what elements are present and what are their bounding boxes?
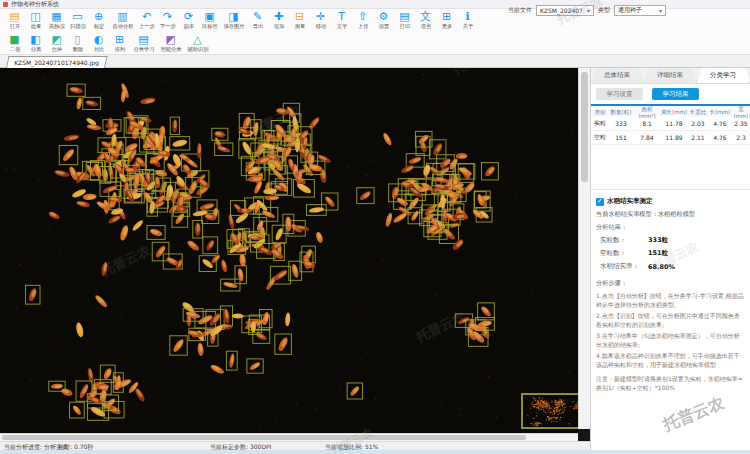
file-tab-strip: KZSM_20240710174940.jpg bbox=[0, 55, 750, 68]
tb1-item-move[interactable]: ✛移动 bbox=[310, 11, 331, 32]
tb1-item-undo[interactable]: ↶上一步 bbox=[136, 11, 157, 32]
export-icon: ✎ bbox=[253, 11, 262, 23]
toolbar-file-controls: 当前文件 KZSM_202407 类型 通用种子 bbox=[508, 5, 666, 16]
learning-settings-button[interactable]: 学习设置 bbox=[596, 88, 643, 100]
scanner-icon: ▭ bbox=[72, 11, 82, 23]
status-bar: 当前分析进度: 分析完成 耗时: 0.70秒 当前标定参数: 300DPI 当前… bbox=[0, 441, 590, 450]
settings-label: 设置 bbox=[378, 23, 389, 31]
panel-tab-detail-result[interactable]: 详细结果 bbox=[644, 68, 697, 83]
tb1-item-upload[interactable]: ⇧上传 bbox=[352, 11, 373, 32]
smart-classify-label: 智能分类 bbox=[160, 46, 181, 54]
tb1-item-language[interactable]: 文语言 bbox=[415, 11, 436, 32]
vertical-scrollbar-thumb[interactable] bbox=[581, 72, 588, 182]
tb2-item-delete[interactable]: ▯删除 bbox=[67, 34, 88, 55]
learning-results-button[interactable]: 学习结果 bbox=[652, 88, 699, 100]
tb1-item-export[interactable]: ✎导出 bbox=[247, 11, 268, 32]
vertical-scrollbar[interactable] bbox=[578, 68, 590, 429]
table-row[interactable]: 实粒3338.111.782.034.762.35 bbox=[591, 117, 750, 131]
merge-icon: ◩ bbox=[51, 34, 61, 46]
tb2-item-binarize[interactable]: ■二值 bbox=[4, 34, 25, 55]
toolbar-secondary: ■二值◧分离◩合并▯删除◐对比⊞排列▤分类学习◩智能分类△辅助识别 bbox=[0, 32, 750, 55]
tb2-item-compare[interactable]: ◐对比 bbox=[88, 34, 109, 55]
seed-image-canvas[interactable] bbox=[0, 68, 578, 433]
save-image-label: 保存图片 bbox=[223, 23, 244, 31]
doc-camera-icon: ▦ bbox=[51, 11, 61, 23]
tb1-item-scanner[interactable]: ▭扫描仪 bbox=[67, 11, 88, 32]
rate-row: 空粒数：151粒 bbox=[600, 249, 750, 258]
type-label: 类型 bbox=[598, 6, 610, 15]
tb1-item-text[interactable]: T文字 bbox=[331, 11, 352, 32]
rate-checkbox[interactable] bbox=[596, 198, 604, 206]
print-icon: ▤ bbox=[399, 11, 409, 23]
tb2-item-separate[interactable]: ◧分离 bbox=[25, 34, 46, 55]
calibrate-icon: ⊕ bbox=[94, 11, 103, 23]
seed-type-dropdown[interactable]: 通用种子 bbox=[614, 5, 666, 16]
panel-tab-classify-learning[interactable]: 分类学习 bbox=[697, 68, 750, 83]
image-viewport[interactable] bbox=[0, 68, 578, 433]
results-panel: 总体结果详细结果分类学习 学习设置 学习结果 类别数量(粒)面积(mm²)周长(… bbox=[590, 68, 750, 450]
tb1-item-auto-analyze[interactable]: ▥自动分析 bbox=[109, 11, 136, 32]
panel-tab-overall-result[interactable]: 总体结果 bbox=[591, 68, 644, 83]
overview-thumbnail[interactable] bbox=[521, 393, 578, 429]
tb2-item-classify-learning[interactable]: ▤分类学习 bbox=[130, 34, 157, 55]
tb1-item-duplicate[interactable]: ⟳副本 bbox=[178, 11, 199, 32]
tb2-item-merge[interactable]: ◩合并 bbox=[46, 34, 67, 55]
compare-icon: ◐ bbox=[94, 34, 104, 46]
tb2-item-smart-classify[interactable]: ◩智能分类 bbox=[157, 34, 184, 55]
tb1-item-more[interactable]: ⊞更多 bbox=[436, 11, 457, 32]
horizontal-scrollbar[interactable] bbox=[0, 433, 578, 441]
redo-icon: ↷ bbox=[163, 11, 172, 23]
print-label: 打印 bbox=[399, 23, 410, 31]
scanner-label: 扫描仪 bbox=[70, 23, 86, 31]
tb1-item-doc-camera[interactable]: ▦高拍仪 bbox=[46, 11, 67, 32]
assist-recognize-label: 辅助识别 bbox=[187, 46, 208, 54]
table-header-cell: 周长(mm) bbox=[661, 109, 687, 116]
upload-label: 上传 bbox=[357, 23, 368, 31]
save-image-icon: ◨ bbox=[228, 11, 238, 23]
table-cell: 11.78 bbox=[661, 120, 687, 127]
arrange-icon: ⊞ bbox=[115, 34, 124, 46]
overview-thumbnail-canvas bbox=[523, 395, 578, 427]
binarize-icon: ■ bbox=[9, 34, 19, 46]
tb1-item-open[interactable]: ▤打开 bbox=[4, 11, 25, 32]
move-icon: ✛ bbox=[316, 11, 325, 23]
analysis-step: 1.点击【自动分析】按钮，在分类学习-学习设置,根据品种从中选择待分析的水稻类型… bbox=[596, 291, 745, 309]
tb1-item-print[interactable]: ▤打印 bbox=[394, 11, 415, 32]
tb1-item-target-area[interactable]: ▣目标区 bbox=[199, 11, 220, 32]
tb1-item-about[interactable]: ℹ关于 bbox=[457, 11, 478, 32]
table-cell: 4.76 bbox=[709, 134, 731, 141]
rate-result-rows: 实粒数：333粒空粒数：151粒水稻结实率：68.80% bbox=[591, 236, 750, 271]
duplicate-label: 副本 bbox=[183, 23, 194, 31]
horizontal-scrollbar-thumb[interactable] bbox=[2, 435, 526, 440]
table-row[interactable]: 空粒1517.8411.892.114.762.3 bbox=[591, 131, 750, 145]
rate-row-label: 实粒数： bbox=[600, 236, 648, 245]
app-window: { "window": { "title": "作物考种分析系统" }, "wa… bbox=[0, 0, 750, 454]
tb1-item-append[interactable]: ✚追加 bbox=[268, 11, 289, 32]
rate-checkbox-row: 水稻结实率测定 bbox=[596, 197, 750, 206]
separate-label: 分离 bbox=[30, 46, 41, 54]
upload-icon: ⇧ bbox=[358, 11, 367, 23]
tb1-item-calibrate[interactable]: ⊕标定 bbox=[88, 11, 109, 32]
tb2-item-arrange[interactable]: ⊞排列 bbox=[109, 34, 130, 55]
rate-row-label: 空粒数： bbox=[600, 249, 648, 258]
tb1-item-measure[interactable]: ⊟测量 bbox=[289, 11, 310, 32]
auto-analyze-label: 自动分析 bbox=[112, 23, 133, 31]
rate-row: 实粒数：333粒 bbox=[600, 236, 750, 245]
calibrate-label: 标定 bbox=[93, 23, 104, 31]
more-label: 更多 bbox=[441, 23, 452, 31]
tb1-item-batch[interactable]: ◫批量 bbox=[25, 11, 46, 32]
tb2-item-assist-recognize[interactable]: △辅助识别 bbox=[184, 34, 211, 55]
file-tab[interactable]: KZSM_20240710174940.jpg bbox=[6, 56, 107, 68]
target-area-label: 目标区 bbox=[202, 23, 218, 31]
open-icon: ▤ bbox=[9, 11, 19, 23]
tb1-item-redo[interactable]: ↷下一步 bbox=[157, 11, 178, 32]
current-file-value: KZSM_202407 bbox=[540, 7, 583, 14]
undo-icon: ↶ bbox=[142, 11, 151, 23]
tb1-item-save-image[interactable]: ◨保存图片 bbox=[220, 11, 247, 32]
delete-icon: ▯ bbox=[74, 34, 80, 46]
file-tab-label: KZSM_20240710174940.jpg bbox=[14, 59, 99, 66]
open-label: 打开 bbox=[9, 23, 20, 31]
current-file-dropdown[interactable]: KZSM_202407 bbox=[536, 5, 594, 16]
panel-divider bbox=[591, 189, 750, 190]
tb1-item-settings[interactable]: ⚙设置 bbox=[373, 11, 394, 32]
